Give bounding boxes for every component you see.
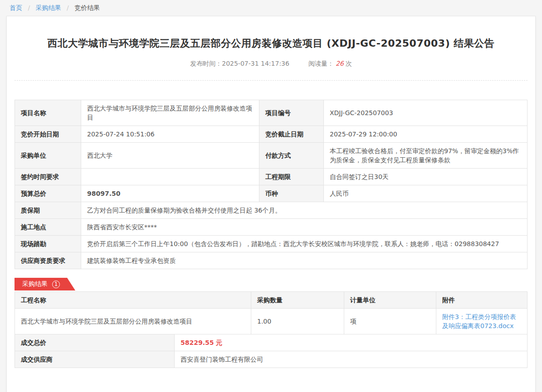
views-label: 阅读量： [308, 60, 334, 67]
table-row: 施工地点 陕西省西安市长安区**** [15, 219, 527, 236]
field-value-project-number: XDJJ-GC-202507003 [324, 100, 527, 126]
field-label-project-name: 项目名称 [15, 100, 81, 126]
breadcrumb-home-link[interactable]: 首页 [10, 4, 22, 11]
breadcrumb-procurement-results-link[interactable]: 采购结果 [36, 4, 61, 11]
field-label-winning-supplier: 成交供应商 [15, 351, 175, 368]
field-label-bid-start: 竞价开始日期 [15, 126, 81, 143]
field-label-construction-site: 施工地点 [15, 219, 81, 236]
field-value-purchaser: 西北大学 [81, 143, 259, 169]
table-row: 成交供应商 西安喜登门装饰工程有限公司 [15, 351, 527, 368]
result-table-row: 西北大学城市与环境学院三层及五层部分公用房装修改造项目 1.00 项 附件3：工… [15, 309, 527, 334]
result-attachment-cell: 附件3：工程类分项报价表及响应偏离表0723.docx [436, 309, 527, 334]
field-value-bid-start: 2025-07-24 10:51:06 [81, 126, 259, 143]
views-unit: 次 [346, 60, 352, 67]
result-project-name: 西北大学城市与环境学院三层及五层部分公用房装修改造项目 [15, 309, 251, 334]
field-label-payment-method: 付款方式 [259, 143, 324, 169]
breadcrumb-separator: / [28, 4, 30, 11]
field-value-warranty-period: 乙方对合同工程的质量保修期为验收合格并交付使用之日起 36个月。 [81, 202, 527, 219]
field-value-budget-total: 98097.50 [81, 185, 259, 202]
publish-meta: 发布时间：2025-07-31 14:17:36阅读量：26次 [15, 60, 527, 68]
project-info-table: 项目名称 西北大学城市与环境学院三层及五层部分公用房装修改造项目 项目编号 XD… [15, 100, 527, 269]
field-label-project-duration: 工程期限 [259, 169, 324, 185]
dashed-divider [15, 80, 527, 81]
field-value-currency: 人民币 [324, 185, 527, 202]
field-value-winning-supplier: 西安喜登门装饰工程有限公司 [175, 351, 527, 368]
field-label-currency: 币种 [259, 185, 324, 202]
table-row: 现场踏勘 竞价开启后第三个工作日上午10:00（包含公告发布日），踏勘地点：西北… [15, 236, 527, 252]
table-row: 采购单位 西北大学 付款方式 本工程竣工验收合格后，付至审定价款的97%，留审定… [15, 143, 527, 169]
column-header-unit: 计量单位 [344, 292, 436, 309]
field-value-supplier-qualification: 建筑装修装饰工程专业承包资质 [81, 252, 527, 269]
field-label-warranty-period: 质保期 [15, 202, 81, 219]
publish-time-value: 2025-07-31 14:17:36 [222, 60, 289, 67]
result-count-badge: 1 [52, 281, 60, 288]
column-header-quantity: 采购数量 [251, 292, 344, 309]
table-row: 成交总价 58229.55 元 [15, 334, 527, 351]
table-row: 竞价开始日期 2025-07-24 10:51:06 竞价截止日期 2025-0… [15, 126, 527, 143]
field-label-site-survey: 现场踏勘 [15, 236, 81, 252]
table-row: 项目名称 西北大学城市与环境学院三层及五层部分公用房装修改造项目 项目编号 XD… [15, 100, 527, 126]
breadcrumb-separator: / [67, 4, 69, 11]
breadcrumb: 首页 / 采购结果 / 竞价结果 [0, 0, 542, 16]
field-label-supplier-qualification: 供应商资质要求 [15, 252, 81, 269]
views-count: 26 [336, 60, 344, 67]
deal-summary-table: 成交总价 58229.55 元 成交供应商 西安喜登门装饰工程有限公司 [15, 334, 527, 368]
table-row: 签约时间要求 工程期限 自合同签订之日30天 [15, 169, 527, 185]
deal-total-price-unit: 元 [216, 339, 222, 346]
field-label-purchaser: 采购单位 [15, 143, 81, 169]
announcement-card: 西北大学城市与环境学院三层及五层部分公用房装修改造项目 (XDJJ-GC-202… [6, 16, 536, 392]
result-unit: 项 [344, 309, 436, 334]
table-row: 预算总价 98097.50 币种 人民币 [15, 185, 527, 202]
field-label-project-number: 项目编号 [259, 100, 324, 126]
field-label-signing-time: 签约时间要求 [15, 169, 81, 185]
field-value-construction-site: 陕西省西安市长安区**** [81, 219, 527, 236]
table-row: 供应商资质要求 建筑装修装饰工程专业承包资质 [15, 252, 527, 269]
deal-total-price-amount: 58229.55 [181, 339, 214, 346]
column-header-project-name: 工程名称 [15, 292, 251, 309]
field-label-bid-end: 竞价截止日期 [259, 126, 324, 143]
publish-time-label: 发布时间： [190, 60, 222, 67]
field-value-site-survey: 竞价开启后第三个工作日上午10:00（包含公告发布日），踏勘地点：西北大学长安校… [81, 236, 527, 252]
page-title: 西北大学城市与环境学院三层及五层部分公用房装修改造项目 (XDJJ-GC-202… [15, 16, 527, 50]
field-value-payment-method: 本工程竣工验收合格后，付至审定价款的97%，留审定金额的3%作为质保金，质保金支… [324, 143, 527, 169]
field-value-project-duration: 自合同签订之日30天 [324, 169, 527, 185]
field-value-bid-end: 2025-07-29 12:00:00 [324, 126, 527, 143]
field-value-deal-total-price: 58229.55 元 [175, 334, 527, 351]
field-label-deal-total-price: 成交总价 [15, 334, 175, 351]
procurement-result-table: 工程名称 采购数量 计量单位 附件 西北大学城市与环境学院三层及五层部分公用房装… [15, 291, 527, 334]
field-value-project-name: 西北大学城市与环境学院三层及五层部分公用房装修改造项目 [81, 100, 259, 126]
column-header-attachment: 附件 [436, 292, 527, 309]
result-badge-label: 采购结果 [22, 280, 48, 288]
procurement-result-badge: 采购结果 1 [15, 278, 75, 290]
field-value-signing-time [81, 169, 259, 185]
attachment-link[interactable]: 附件3：工程类分项报价表及响应偏离表0723.docx [442, 313, 516, 329]
result-table-header-row: 工程名称 采购数量 计量单位 附件 [15, 292, 527, 309]
result-quantity: 1.00 [251, 309, 344, 334]
breadcrumb-current-page: 竞价结果 [74, 4, 100, 11]
field-label-budget-total: 预算总价 [15, 185, 81, 202]
table-row: 质保期 乙方对合同工程的质量保修期为验收合格并交付使用之日起 36个月。 [15, 202, 527, 219]
